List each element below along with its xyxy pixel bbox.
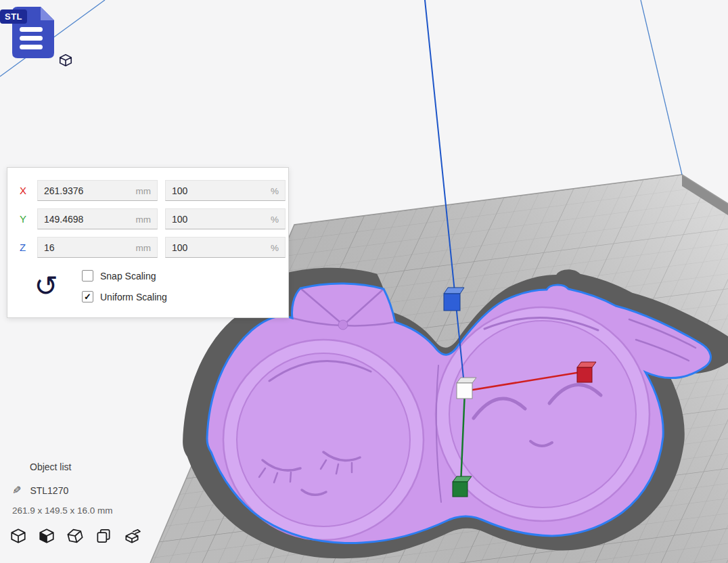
axis-x-label: X — [20, 185, 30, 196]
open-box-button[interactable] — [122, 526, 142, 546]
object-dimensions: 261.9 x 149.5 x 16.0 mm — [12, 505, 183, 516]
axis-z-label: Z — [20, 242, 30, 253]
scale-x-mm-input[interactable] — [38, 181, 157, 200]
copy-stack-button[interactable] — [93, 526, 114, 546]
axis-y-label: Y — [20, 213, 30, 225]
scale-x-percent-field: % — [165, 180, 286, 201]
cube-rotated-button[interactable] — [65, 526, 85, 546]
scale-x-percent-input[interactable] — [166, 181, 285, 200]
scaling-options: Snap Scaling ✓ Uniform Scaling — [82, 270, 167, 302]
uniform-scaling-option: ✓ Uniform Scaling — [82, 291, 167, 302]
object-toolbar — [8, 526, 183, 546]
cube-wireframe-icon — [9, 527, 27, 545]
copy-stack-icon — [95, 527, 112, 545]
left-cavity — [237, 353, 410, 526]
object-list-header[interactable]: Object list — [30, 461, 183, 472]
scale-z-mm-field: mm — [37, 237, 158, 258]
scale-y-mm-input[interactable] — [38, 209, 157, 229]
reset-scale-button[interactable]: ↺ — [25, 273, 67, 300]
object-list-panel: Object list ✎ STL1270 261.9 x 149.5 x 16… — [0, 457, 183, 546]
object-name-row[interactable]: ✎ STL1270 — [12, 484, 183, 497]
scale-row-z: Z mm % — [20, 237, 288, 258]
scale-row-y: Y mm % — [20, 208, 288, 229]
scale-row-x: X mm % — [20, 180, 288, 201]
snap-scaling-option: Snap Scaling — [82, 270, 167, 282]
scale-z-percent-field: % — [165, 237, 286, 258]
reset-icon: ↺ — [34, 270, 58, 302]
cube-solid-face-icon — [38, 527, 55, 545]
open-box-icon — [123, 527, 141, 545]
scale-z-percent-input[interactable] — [166, 238, 285, 257]
snap-scaling-label: Snap Scaling — [100, 271, 156, 282]
scale-y-mm-field: mm — [37, 208, 158, 229]
scale-y-percent-input[interactable] — [166, 209, 285, 229]
uniform-scaling-checkbox[interactable]: ✓ — [82, 291, 93, 302]
build-volume-lines — [0, 0, 682, 175]
uniform-scaling-label: Uniform Scaling — [100, 292, 167, 302]
snap-scaling-checkbox[interactable] — [82, 270, 93, 282]
cube-rotated-icon — [66, 527, 84, 545]
scale-y-percent-field: % — [165, 208, 286, 229]
mini-cube-icon — [58, 53, 73, 68]
scale-x-mm-field: mm — [37, 180, 158, 201]
cube-solid-face-button[interactable] — [37, 526, 57, 546]
scale-tool-panel: X mm % Y mm % Z mm % ↺ — [7, 167, 289, 318]
stl-file-icon[interactable]: STL — [0, 1, 76, 70]
edit-name-icon: ✎ — [12, 484, 21, 497]
scale-panel-footer: ↺ Snap Scaling ✓ Uniform Scaling — [7, 270, 288, 302]
cube-wireframe-button[interactable] — [8, 526, 28, 546]
check-icon: ✓ — [84, 292, 91, 301]
scale-z-mm-input[interactable] — [38, 238, 157, 257]
object-name: STL1270 — [30, 485, 68, 496]
stl-badge: STL — [0, 9, 27, 24]
